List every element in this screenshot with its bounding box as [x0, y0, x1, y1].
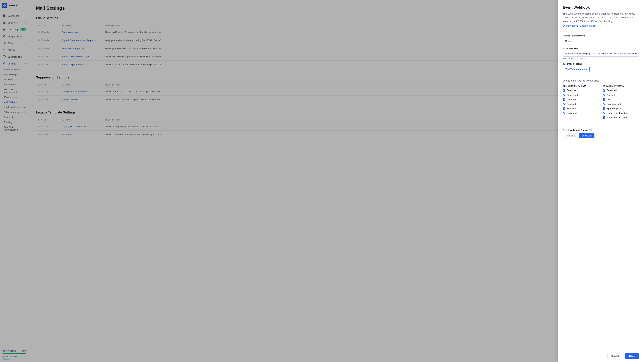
- toggle-buttons: DISABLED ENABLED: [563, 133, 594, 138]
- delivered-checkbox[interactable]: [563, 112, 565, 114]
- engagement-column: ENGAGEMENT DATA Select All Opened Clicke…: [603, 85, 639, 121]
- spam-reports-checkbox[interactable]: [603, 107, 605, 110]
- panel-body: Event Webhook The Event Webhook setting …: [558, 0, 644, 350]
- engagement-select-all-checkbox[interactable]: [603, 89, 605, 92]
- test-integration-button[interactable]: Test Your Integration: [563, 67, 590, 72]
- engagement-unsubscribed[interactable]: Unsubscribed: [603, 103, 639, 105]
- status-info-icon[interactable]: ?: [589, 129, 592, 131]
- panel-footer: Cancel Save: [558, 350, 644, 362]
- overlay-backdrop[interactable]: [0, 0, 644, 362]
- http-url-hint: Requires http:// or https://: [563, 57, 639, 59]
- integration-testing-group: Integration Testing Test Your Integratio…: [563, 63, 639, 72]
- toggle-disabled-button[interactable]: DISABLED: [563, 133, 579, 138]
- auth-method-select[interactable]: None Basic Auth OAuth: [563, 38, 639, 44]
- panel-doc-link[interactable]: Event Webhook Documentation: [563, 24, 596, 27]
- engagement-opened[interactable]: Opened: [603, 94, 639, 96]
- cancel-button[interactable]: Cancel: [608, 353, 623, 359]
- group-resubscribes-checkbox[interactable]: [603, 116, 605, 119]
- http-url-group: HTTP Post URL • Requires http:// or http…: [563, 47, 639, 59]
- panel-title: Event Webhook: [563, 5, 639, 9]
- processed-checkbox[interactable]: [563, 94, 565, 96]
- clicked-checkbox[interactable]: [603, 98, 605, 101]
- engagement-clicked[interactable]: Clicked: [603, 98, 639, 101]
- auth-method-label: Authorization Method: [563, 34, 639, 37]
- deliverability-select-all-checkbox[interactable]: [563, 89, 565, 92]
- opened-checkbox[interactable]: [603, 94, 605, 96]
- group-unsubscribes-checkbox[interactable]: [603, 112, 605, 114]
- engagement-group-unsubscribes[interactable]: Group Unsubscribes: [603, 112, 639, 114]
- http-url-label: HTTP Post URL •: [563, 47, 639, 50]
- engagement-select-all[interactable]: Select All: [603, 89, 639, 92]
- required-indicator: •: [580, 47, 580, 50]
- engagement-spam-reports[interactable]: Spam Reports: [603, 107, 639, 110]
- engagement-title: ENGAGEMENT DATA: [603, 85, 639, 87]
- panel-divider-1: [563, 31, 639, 31]
- http-url-input[interactable]: [563, 51, 639, 56]
- status-toggle-section: Event Webhook Status ? DISABLED ENABLED: [563, 125, 639, 138]
- bounced-checkbox[interactable]: [563, 107, 565, 110]
- deliverability-deferred[interactable]: Deferred: [563, 103, 599, 105]
- auth-method-group: Authorization Method None Basic Auth OAu…: [563, 34, 639, 44]
- deliverability-select-all[interactable]: Select All: [563, 89, 599, 92]
- event-webhook-panel: Event Webhook The Event Webhook setting …: [558, 0, 644, 362]
- deliverability-bounced[interactable]: Bounced: [563, 107, 599, 110]
- save-button[interactable]: Save: [625, 353, 639, 359]
- deliverability-column: DELIVERABILITY DATA Select All Processed…: [563, 85, 599, 121]
- events-section: Events to be POSTed to your URL: DELIVER…: [563, 79, 639, 121]
- status-toggle-label: Event Webhook Status ?: [563, 129, 639, 131]
- deliverability-title: DELIVERABILITY DATA: [563, 85, 599, 87]
- dropped-checkbox[interactable]: [563, 98, 565, 101]
- unsubscribed-checkbox[interactable]: [603, 103, 605, 105]
- integration-testing-label: Integration Testing: [563, 63, 639, 65]
- panel-description: The Event Webhook setting controls webho…: [563, 12, 639, 23]
- events-label: Events to be POSTed to your URL:: [563, 79, 639, 82]
- deliverability-dropped[interactable]: Dropped: [563, 98, 599, 101]
- engagement-group-resubscribes[interactable]: Group Resubscribes: [603, 116, 639, 119]
- deferred-checkbox[interactable]: [563, 103, 565, 105]
- deliverability-delivered[interactable]: Delivered: [563, 112, 599, 114]
- toggle-enabled-button[interactable]: ENABLED: [579, 133, 594, 138]
- events-grid: DELIVERABILITY DATA Select All Processed…: [563, 85, 639, 121]
- deliverability-processed[interactable]: Processed: [563, 94, 599, 96]
